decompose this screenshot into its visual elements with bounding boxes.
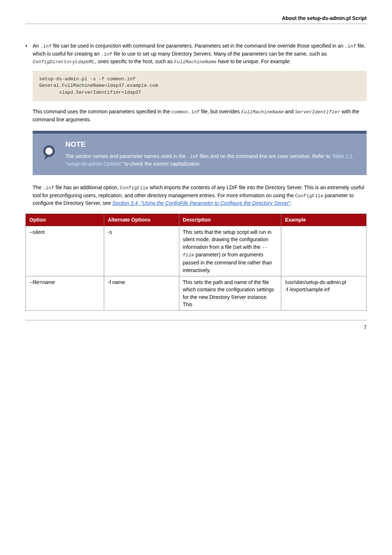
cell-example: /usr/sbin/setup-ds-admin.pl -f /export/s… — [281, 276, 367, 310]
note-callout: NOTE The section names and parameter nam… — [33, 131, 367, 175]
code-configfile: ConfigFile — [120, 185, 148, 191]
text: files and on the command line are case s… — [199, 153, 332, 159]
code-inf: .inf — [345, 44, 356, 49]
page-header: About the setup-ds-admin.pl Script — [25, 15, 367, 24]
col-option: Option — [26, 214, 104, 226]
param-fullmachinename: FullMachineName — [174, 59, 217, 65]
header-divider — [25, 24, 367, 24]
cell-alt: -s — [104, 226, 179, 276]
alt-name-em: name — [112, 279, 125, 285]
text: This command uses the common parameters … — [33, 109, 171, 114]
svg-point-1 — [45, 147, 53, 155]
speech-bubble-icon — [41, 145, 57, 161]
cell-desc: This sets that the setup script will run… — [179, 226, 281, 276]
option-name-em: name — [42, 279, 55, 285]
table-row: --silent -s This sets that the setup scr… — [26, 226, 367, 276]
code-inf: .inf — [40, 44, 52, 49]
col-alternate: Alternate Options — [104, 214, 179, 226]
text: -f — [108, 279, 112, 285]
param-serveridentifier: ServerIdentifier — [295, 109, 340, 115]
cell-example — [281, 226, 367, 276]
note-text: The section names and parameter names us… — [65, 153, 358, 168]
text: to check the correct capitalization. — [123, 161, 201, 167]
text: This sets that the setup script will run… — [183, 229, 271, 250]
text: file can be used in conjunction with com… — [52, 43, 345, 49]
footer-divider — [25, 320, 367, 320]
example-line: -f /export/sample.inf — [285, 286, 363, 293]
param-fullmachinename: FullMachineName — [241, 109, 283, 115]
text: , ones specific to the host, such as — [95, 58, 174, 64]
example-line: /usr/sbin/setup-ds-admin.pl — [285, 279, 363, 286]
text: and — [284, 109, 295, 114]
col-example: Example — [281, 214, 367, 226]
note-content: NOTE The section names and parameter nam… — [65, 134, 367, 175]
text: The — [33, 185, 43, 190]
code-inf: .inf — [43, 185, 54, 191]
text: file, but overrides — [200, 109, 241, 114]
text: --file= — [29, 279, 42, 285]
note-title: NOTE — [65, 139, 358, 150]
text: parameter) or from arguments passed in t… — [183, 252, 272, 273]
cell-alt: -f name — [104, 276, 179, 310]
bullet-text: An .inf file can be used in conjunction … — [33, 42, 367, 66]
cell-option: --silent — [26, 226, 104, 276]
cell-desc: This sets the path and name of the file … — [179, 276, 281, 310]
text: An — [33, 43, 40, 49]
code-block: setup-ds-admin.pl -s -f common.inf Gener… — [33, 71, 367, 102]
text: have to be unique. For example: — [217, 58, 291, 64]
page-number: 7 — [25, 323, 367, 331]
col-description: Description — [179, 214, 281, 226]
section-link[interactable]: Section 3.4, "Using the ConfigFile Param… — [112, 200, 291, 206]
code-configfile: ConfigFile — [295, 193, 323, 199]
cell-option: --file=name — [26, 276, 104, 310]
code-inf: .inf — [101, 52, 112, 57]
paragraph: The .inf file has an additional option, … — [33, 184, 367, 207]
paragraph: This command uses the common parameters … — [33, 108, 367, 123]
table-header-row: Option Alternate Options Description Exa… — [26, 214, 367, 226]
table-row: --file=name -f name This sets the path a… — [26, 276, 367, 310]
note-icon-cell — [33, 134, 65, 175]
code-commoninf: common.inf — [171, 109, 200, 115]
text: The section names and parameter names us… — [65, 153, 187, 159]
text: file has an additional option, — [54, 185, 120, 190]
options-table: Option Alternate Options Description Exa… — [25, 214, 367, 311]
bullet-dot: • — [25, 42, 33, 50]
code-inf: .inf — [187, 154, 198, 159]
param-configdirectoryldapurl: ConfigDirectoryLdapURL — [33, 59, 95, 65]
note-top-strip — [33, 131, 367, 134]
text: file to use to set up many Directory Ser… — [113, 51, 327, 57]
bullet-item: • An .inf file can be used in conjunctio… — [25, 42, 367, 66]
bullet-list: • An .inf file can be used in conjunctio… — [25, 42, 367, 66]
header-title: About the setup-ds-admin.pl Script — [282, 15, 367, 21]
text: . — [291, 200, 292, 206]
